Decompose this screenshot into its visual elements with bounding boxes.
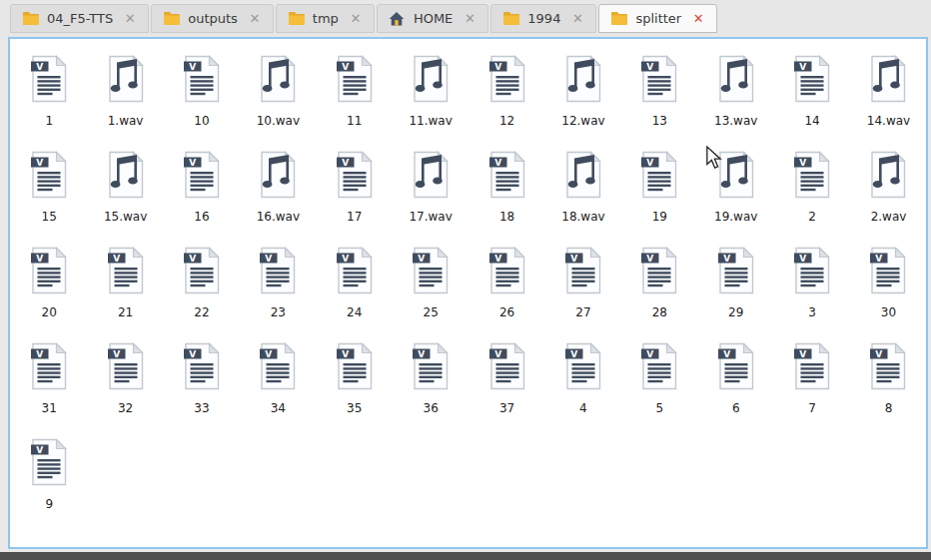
audio-file-icon (258, 151, 298, 199)
file-label: 13 (652, 114, 667, 128)
file-item[interactable]: 17.wav (393, 151, 468, 247)
tab-outputs[interactable]: outputs ✕ (151, 4, 274, 33)
text-file-icon: V (411, 247, 451, 294)
file-item[interactable]: V 4 (545, 342, 621, 438)
tab-splitter[interactable]: splitter ✕ (598, 4, 717, 33)
text-file-icon: V (487, 247, 527, 294)
tab-close-icon[interactable]: ✕ (463, 12, 476, 25)
file-label: 33 (194, 401, 209, 415)
file-item[interactable]: V 22 (164, 247, 240, 342)
file-item[interactable]: 18.wav (545, 151, 621, 247)
tab-close-icon[interactable]: ✕ (570, 12, 584, 25)
svg-text:V: V (36, 62, 43, 72)
file-item[interactable]: V 17 (317, 151, 393, 247)
file-label: 17.wav (409, 210, 452, 224)
file-item[interactable]: 16.wav (240, 151, 316, 247)
file-item[interactable]: V 13 (621, 55, 697, 151)
tab-1994[interactable]: 1994 ✕ (490, 4, 596, 33)
file-item[interactable]: V 33 (164, 342, 240, 438)
file-item[interactable]: 10.wav (240, 55, 316, 151)
svg-text:V: V (189, 349, 196, 359)
svg-text:V: V (113, 254, 120, 264)
file-item[interactable]: 12.wav (545, 55, 621, 151)
file-item[interactable]: V 23 (240, 247, 316, 342)
file-item[interactable]: 15.wav (87, 151, 163, 247)
file-item[interactable]: V 2 (774, 151, 850, 247)
file-item[interactable]: V 29 (698, 247, 774, 342)
tab-close-icon[interactable]: ✕ (248, 12, 262, 25)
file-item[interactable]: 1.wav (87, 55, 163, 151)
file-item[interactable]: V 20 (11, 247, 87, 342)
file-item[interactable]: 2.wav (850, 151, 926, 247)
file-label: 13.wav (714, 114, 757, 128)
svg-text:V: V (494, 158, 501, 168)
audio-file-icon (563, 151, 603, 199)
tab-04-f5-tts[interactable]: 04_F5-TTS ✕ (10, 4, 149, 33)
tab-home[interactable]: HOME ✕ (377, 4, 488, 33)
file-label: 28 (652, 305, 667, 319)
file-item[interactable]: V 1 (11, 55, 87, 151)
text-file-icon: V (29, 342, 69, 390)
text-file-icon: V (868, 247, 908, 294)
svg-text:V: V (189, 62, 196, 72)
file-item[interactable]: V 16 (164, 151, 240, 247)
file-item[interactable]: V 6 (698, 342, 774, 438)
file-label: 22 (194, 305, 209, 319)
file-item[interactable]: V 28 (621, 247, 697, 342)
tab-close-icon[interactable]: ✕ (123, 12, 137, 25)
file-item[interactable]: V 18 (468, 151, 544, 247)
tab-close-icon[interactable]: ✕ (349, 12, 363, 25)
file-label: 11.wav (409, 114, 452, 128)
file-item[interactable]: V 21 (87, 247, 163, 342)
file-item[interactable]: V 19 (621, 151, 697, 247)
file-item[interactable]: V 37 (468, 342, 544, 438)
file-item[interactable]: V 26 (468, 247, 544, 342)
file-item[interactable]: V 25 (393, 247, 468, 342)
file-label: 12.wav (561, 114, 604, 128)
file-item[interactable]: V 8 (850, 342, 926, 438)
tab-close-icon[interactable]: ✕ (691, 12, 705, 25)
file-item[interactable]: 13.wav (698, 55, 774, 151)
file-item[interactable]: V 36 (393, 342, 468, 438)
file-item[interactable]: V 10 (164, 55, 240, 151)
file-item[interactable]: V 27 (545, 247, 621, 342)
svg-text:V: V (113, 349, 120, 359)
file-item[interactable]: V 15 (11, 151, 87, 247)
folder-icon (163, 11, 181, 27)
file-item[interactable]: V 35 (317, 342, 393, 438)
file-label: 23 (271, 305, 286, 319)
file-item[interactable]: V 3 (774, 247, 850, 342)
svg-text:V: V (342, 62, 349, 72)
svg-text:V: V (876, 254, 883, 264)
file-item[interactable]: V 30 (850, 247, 926, 342)
text-file-icon: V (182, 55, 222, 103)
text-file-icon: V (335, 342, 375, 390)
file-item[interactable]: V 31 (11, 342, 87, 438)
file-item[interactable]: V 7 (774, 342, 850, 438)
file-label: 6 (732, 401, 740, 415)
file-item[interactable]: V 32 (87, 342, 163, 438)
file-item[interactable]: V 12 (468, 55, 544, 151)
file-label: 2 (808, 210, 816, 224)
audio-file-icon (411, 55, 451, 103)
file-item[interactable]: V 9 (11, 438, 87, 534)
tab-bar: 04_F5-TTS ✕ outputs ✕ tmp ✕ HOME ✕ 1994 … (0, 0, 931, 37)
text-file-icon: V (716, 247, 756, 294)
text-file-icon: V (335, 151, 375, 199)
text-file-icon: V (792, 55, 832, 103)
tab-tmp[interactable]: tmp ✕ (276, 4, 375, 33)
file-item[interactable]: V 24 (317, 247, 393, 342)
text-file-icon: V (639, 247, 679, 294)
file-browser-view[interactable]: V 1 (8, 37, 928, 549)
file-item[interactable]: V 34 (240, 342, 316, 438)
file-item[interactable]: V 11 (317, 55, 393, 151)
file-label: 18.wav (561, 210, 604, 224)
file-item[interactable]: 19.wav (698, 151, 774, 247)
file-item[interactable]: 14.wav (850, 55, 926, 151)
folder-icon (288, 11, 306, 27)
file-item[interactable]: V 5 (621, 342, 697, 438)
file-item[interactable]: 11.wav (393, 55, 468, 151)
file-label: 15.wav (104, 210, 147, 224)
svg-text:V: V (647, 158, 654, 168)
file-item[interactable]: V 14 (774, 55, 850, 151)
